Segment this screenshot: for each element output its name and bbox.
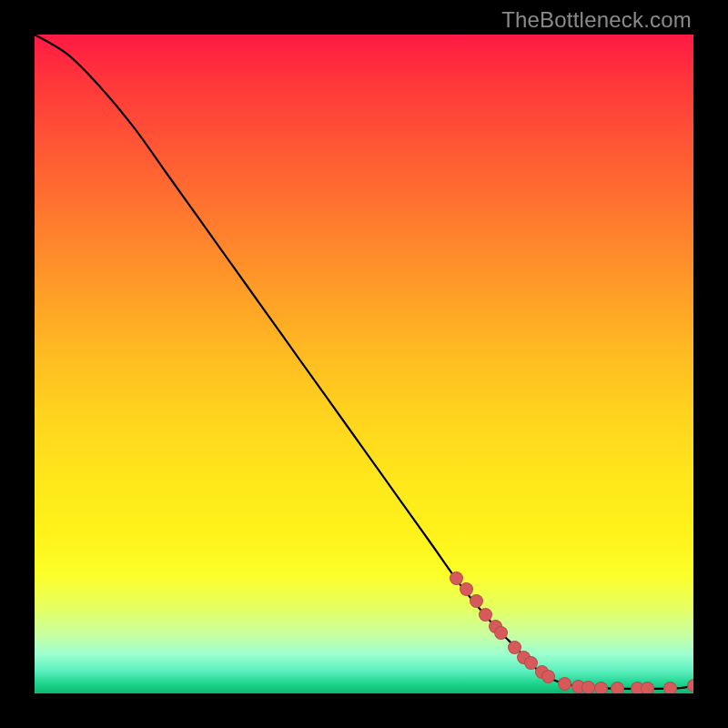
data-marker [460, 582, 473, 596]
data-marker [450, 571, 463, 585]
plot-area [35, 35, 693, 693]
data-marker [594, 682, 608, 693]
data-marker [581, 681, 595, 693]
data-marker [663, 682, 677, 693]
data-marker [470, 594, 483, 608]
watermark-text: TheBottleneck.com [501, 7, 692, 33]
data-marker [611, 682, 624, 693]
data-marker [494, 626, 508, 640]
curve-layer [35, 35, 693, 693]
chart-frame: TheBottleneck.com [0, 0, 728, 728]
data-marker [541, 670, 555, 683]
data-marker [479, 608, 492, 622]
data-marker [641, 682, 654, 693]
bottleneck-curve [35, 35, 693, 689]
